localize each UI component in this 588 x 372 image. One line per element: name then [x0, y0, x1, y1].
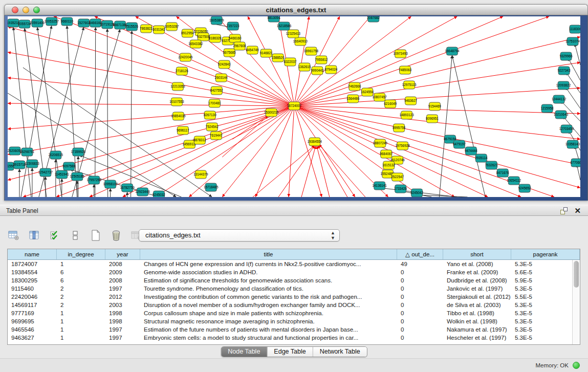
graph-node[interactable]: [465, 147, 476, 155]
graph-node[interactable]: [272, 54, 284, 62]
column-header-year[interactable]: year: [105, 249, 140, 259]
tab-edge-table[interactable]: Edge Table: [267, 347, 312, 357]
float-window-icon[interactable]: [560, 207, 568, 214]
graph-node[interactable]: [215, 74, 227, 82]
column-header-out_de[interactable]: △ out_de...: [397, 249, 443, 259]
table-row[interactable]: 911546021997Tourette syndrome. Phenomeno…: [8, 285, 572, 293]
graph-node[interactable]: [571, 159, 580, 167]
graph-node[interactable]: [395, 185, 406, 193]
graph-node[interactable]: [397, 142, 408, 150]
graph-node[interactable]: [278, 22, 290, 30]
table-row[interactable]: 946554611997Estimation of the future num…: [8, 325, 572, 334]
graph-node[interactable]: [195, 170, 206, 179]
graph-node[interactable]: [229, 34, 241, 42]
graph-node[interactable]: [72, 172, 83, 181]
table-row[interactable]: 1938455462009Genome-wide association stu…: [8, 268, 572, 276]
graph-node[interactable]: [312, 67, 323, 75]
show-columns-icon[interactable]: [28, 229, 41, 242]
table-row[interactable]: 946362711997Embryonic stem cells: a mode…: [8, 334, 572, 342]
graph-node[interactable]: [205, 183, 216, 191]
graph-node[interactable]: [180, 53, 191, 61]
delete-table-icon[interactable]: [110, 229, 123, 242]
graph-node[interactable]: [105, 180, 116, 188]
graph-node[interactable]: [570, 25, 580, 33]
graph-node[interactable]: [40, 168, 51, 177]
graph-node[interactable]: [89, 176, 100, 184]
graph-node[interactable]: [429, 102, 441, 111]
graph-node[interactable]: [78, 19, 90, 27]
graph-node[interactable]: [61, 17, 73, 26]
graph-node[interactable]: [172, 112, 184, 120]
new-table-icon[interactable]: [89, 229, 102, 242]
graph-node[interactable]: [374, 182, 385, 190]
graph-node[interactable]: [177, 126, 188, 135]
configure-table-icon[interactable]: [7, 229, 20, 242]
column-header-short[interactable]: short: [443, 249, 511, 259]
table-row[interactable]: 2242004622012Investigating the contribut…: [8, 293, 572, 301]
graph-node[interactable]: [206, 123, 217, 131]
graph-node[interactable]: [427, 115, 438, 123]
graph-node[interactable]: [411, 189, 423, 197]
column-header-name[interactable]: name: [8, 249, 57, 259]
graph-node[interactable]: [268, 16, 279, 22]
graph-node[interactable]: [209, 34, 221, 42]
graph-node[interactable]: [558, 81, 569, 90]
close-panel-icon[interactable]: ✕: [574, 206, 581, 215]
graph-node[interactable]: [204, 111, 215, 119]
graph-node[interactable]: [166, 23, 177, 31]
graph-node[interactable]: [394, 124, 405, 132]
graph-node[interactable]: [306, 47, 317, 55]
table-row[interactable]: 977716911998Corpus callosum shape and si…: [8, 309, 572, 317]
graph-node[interactable]: [567, 140, 578, 148]
graph-node[interactable]: [446, 47, 458, 55]
graph-node[interactable]: [383, 161, 395, 169]
graph-node[interactable]: [153, 191, 164, 197]
table-row[interactable]: 1830029562008Estimation of significance …: [8, 276, 572, 285]
graph-node[interactable]: [27, 160, 38, 168]
graph-node[interactable]: [126, 23, 138, 31]
graph-node[interactable]: [182, 29, 193, 37]
graph-node[interactable]: [219, 60, 230, 69]
graph-node[interactable]: [401, 111, 412, 119]
graph-node[interactable]: [555, 111, 567, 119]
graph-node[interactable]: [90, 19, 101, 27]
graph-node[interactable]: [209, 99, 220, 107]
graph-node[interactable]: [400, 66, 411, 74]
graph-node[interactable]: [404, 81, 415, 89]
graph-node[interactable]: [289, 102, 300, 110]
graph-node[interactable]: [176, 67, 187, 75]
graph-node[interactable]: [260, 49, 272, 57]
graph-node[interactable]: [362, 88, 373, 96]
graph-node[interactable]: [73, 148, 84, 156]
graph-node[interactable]: [141, 25, 152, 33]
column-header-pagerank[interactable]: pagerank: [511, 249, 580, 259]
graph-node[interactable]: [211, 16, 222, 25]
graph-node[interactable]: [558, 67, 570, 75]
graph-node[interactable]: [227, 22, 238, 30]
graph-node[interactable]: [285, 58, 296, 66]
graph-node[interactable]: [234, 42, 245, 50]
tab-network-table[interactable]: Network Table: [313, 347, 367, 357]
graph-node[interactable]: [553, 95, 564, 103]
graph-node[interactable]: [349, 82, 360, 91]
graph-node[interactable]: [102, 20, 113, 29]
graph-node[interactable]: [374, 93, 385, 101]
graph-node[interactable]: [266, 108, 277, 117]
column-header-title[interactable]: title: [140, 249, 397, 259]
graph-node[interactable]: [347, 95, 359, 103]
graph-node[interactable]: [453, 140, 465, 148]
graph-node[interactable]: [381, 150, 392, 158]
graph-node[interactable]: [392, 173, 403, 181]
graph-node[interactable]: [541, 104, 553, 113]
select-all-icon[interactable]: [48, 229, 61, 242]
graph-node[interactable]: [385, 100, 396, 108]
scrollbar-thumb[interactable]: [574, 261, 579, 288]
graph-node[interactable]: [497, 169, 508, 177]
graph-node[interactable]: [115, 21, 126, 29]
table-scrollbar[interactable]: [572, 260, 580, 344]
graph-node[interactable]: [122, 184, 133, 192]
graph-node[interactable]: [405, 97, 417, 105]
table-selector[interactable]: citations_edges.txt ▲▼: [139, 229, 340, 242]
tab-node-table[interactable]: Node Table: [221, 347, 267, 357]
network-canvas[interactable]: 1872400792428435675685932750354661602967…: [8, 16, 580, 197]
